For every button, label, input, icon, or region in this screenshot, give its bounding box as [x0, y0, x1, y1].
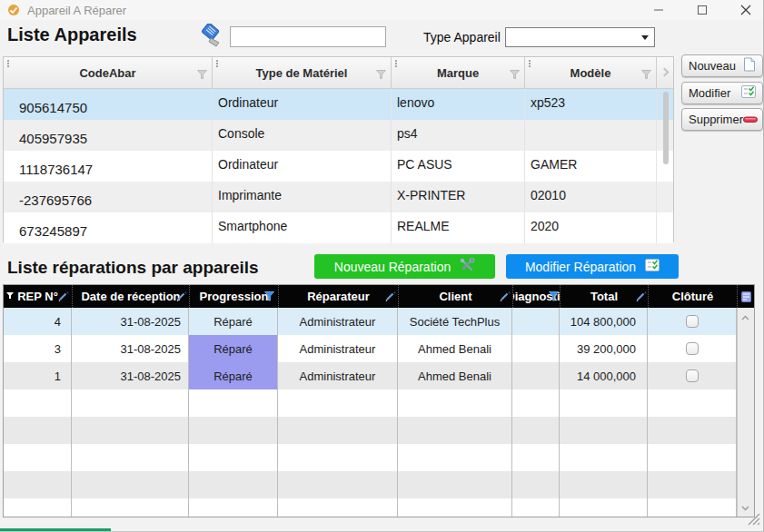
cell-modele: 2020 — [525, 212, 657, 243]
reparations-table-body: 4 31-08-2025 Réparé Administrateur Socié… — [4, 308, 754, 517]
cell-codeabar: -237695766 — [4, 182, 213, 212]
cell-progression: Réparé — [189, 335, 278, 362]
cell-modele: 02010 — [525, 182, 657, 212]
vertical-scrollbar[interactable] — [737, 308, 754, 517]
table-row-empty — [4, 471, 754, 498]
cell-type: Console — [213, 120, 392, 151]
cell-codeabar: 1118736147 — [4, 151, 213, 182]
cell-codeabar: 673245897 — [4, 212, 213, 243]
title-bar[interactable]: Appareil A Réparer — [0, 0, 763, 20]
table-row-empty — [4, 389, 754, 417]
table-row[interactable]: 905614750 Ordinateur lenovo xp523 — [4, 89, 673, 120]
column-header-modele[interactable]: Modèle — [525, 57, 657, 88]
type-appareil-label: Type Appareil — [423, 30, 501, 44]
column-header-reparateur[interactable]: Réparateur — [278, 285, 398, 308]
cell-diagnostic — [512, 335, 560, 362]
cell-date: 31-08-2025 — [72, 308, 189, 335]
table-row[interactable]: 4 31-08-2025 Réparé Administrateur Socié… — [4, 308, 754, 335]
supprimer-button[interactable]: Supprimer — [681, 108, 763, 131]
vertical-scrollbar[interactable] — [663, 92, 669, 164]
cell-progression: Réparé — [189, 362, 278, 389]
filter-icon[interactable] — [376, 68, 386, 82]
filter-icon[interactable] — [197, 68, 207, 82]
filter-icon — [6, 292, 14, 300]
edit-pen-icon — [176, 291, 187, 301]
edit-pen-icon — [385, 291, 396, 301]
column-header-rep[interactable]: REP N° — [4, 285, 72, 308]
cell-rep: 3 — [4, 335, 72, 362]
cell-modele: xp523 — [525, 89, 657, 120]
nouveau-reparation-button[interactable]: Nouveau Réparation — [314, 254, 495, 279]
modifier-button[interactable]: Modifier — [681, 82, 763, 104]
column-header-diagnostic[interactable]: Diagnostic — [512, 285, 560, 308]
checklist-icon — [645, 259, 660, 274]
edit-pen-icon — [636, 291, 647, 301]
reparations-table: REP N° Date de réception Progression Rép… — [3, 284, 755, 517]
column-header-expand[interactable] — [657, 57, 673, 88]
scroll-down-icon — [741, 504, 749, 512]
appareils-table: CodeAbar Type de Matériel Marque — [3, 56, 674, 242]
page-title-reparations: Liste réparations par appareils — [7, 258, 259, 278]
cloture-checkbox[interactable] — [686, 342, 699, 355]
chevron-down-icon — [641, 35, 649, 40]
type-appareil-select[interactable] — [505, 27, 655, 47]
cell-total: 14 000,000 — [560, 362, 648, 389]
cell-reparateur: Administrateur — [278, 335, 398, 362]
cloture-checkbox[interactable] — [686, 369, 699, 382]
cell-client: Ahmed Benali — [398, 362, 512, 389]
column-header-client[interactable]: Client — [398, 285, 512, 308]
tools-icon — [460, 258, 475, 275]
cell-type: Imprimante — [213, 182, 392, 212]
column-header-type-materiel[interactable]: Type de Matériel — [213, 57, 392, 88]
barcode-scanner-icon — [199, 24, 226, 52]
close-button[interactable] — [730, 0, 761, 20]
column-header-total[interactable]: Total — [560, 285, 648, 308]
column-chooser[interactable] — [737, 285, 754, 308]
cell-marque: REALME — [392, 212, 525, 243]
page-title-appareils: Liste Appareils — [7, 25, 137, 45]
table-row[interactable]: 1118736147 Ordinateur PC ASUS GAMER — [4, 151, 673, 182]
bottom-accent-line — [0, 528, 111, 531]
table-row[interactable]: 1 31-08-2025 Réparé Administrateur Ahmed… — [4, 362, 754, 389]
cell-client: Société TechPlus — [398, 308, 512, 335]
resize-grip[interactable] — [748, 513, 760, 529]
cell-marque: PC ASUS — [392, 151, 525, 182]
table-row[interactable]: -237695766 Imprimante X-PRINTER 02010 — [4, 182, 673, 212]
delete-minus-icon — [743, 113, 758, 126]
column-header-date[interactable]: Date de réception — [72, 285, 189, 308]
cell-type: Ordinateur — [213, 89, 392, 120]
nouveau-button[interactable]: Nouveau — [681, 54, 763, 77]
edit-pen-icon — [58, 291, 69, 301]
column-header-progression[interactable]: Progression — [189, 285, 278, 308]
cell-reparateur: Administrateur — [278, 308, 398, 335]
column-header-cloture[interactable]: Clôturé — [648, 285, 737, 308]
cell-modele — [525, 120, 657, 151]
cell-rep: 1 — [4, 362, 72, 389]
modifier-reparation-button[interactable]: Modifier Réparation — [506, 254, 679, 279]
cloture-checkbox[interactable] — [686, 315, 699, 328]
search-input[interactable] — [230, 26, 386, 47]
table-row[interactable]: 3 31-08-2025 Réparé Administrateur Ahmed… — [4, 335, 754, 362]
cell-marque: X-PRINTER — [392, 182, 525, 212]
maximize-button[interactable] — [687, 0, 718, 20]
drag-handle-icon — [7, 60, 9, 67]
cell-progression: Réparé — [189, 308, 278, 335]
filter-icon[interactable] — [641, 68, 651, 82]
table-row[interactable]: 673245897 Smartphone REALME 2020 — [4, 212, 673, 243]
new-document-icon — [743, 57, 756, 74]
cell-diagnostic — [512, 362, 560, 389]
table-row-empty — [4, 498, 754, 517]
filter-icon[interactable] — [510, 68, 520, 82]
window-title: Appareil A Réparer — [27, 4, 126, 17]
minimize-button[interactable] — [643, 0, 674, 20]
table-row[interactable]: 405957935 Console ps4 — [4, 120, 673, 151]
cell-rep: 4 — [4, 308, 72, 335]
cell-codeabar: 905614750 — [4, 89, 213, 120]
cell-type: Ordinateur — [213, 151, 392, 182]
table-row-empty — [4, 444, 754, 471]
cell-total: 104 800,000 — [560, 308, 648, 335]
column-header-marque[interactable]: Marque — [392, 57, 525, 88]
filter-active-icon — [549, 291, 559, 301]
column-header-codeabar[interactable]: CodeAbar — [4, 57, 213, 88]
cell-diagnostic — [512, 308, 560, 335]
